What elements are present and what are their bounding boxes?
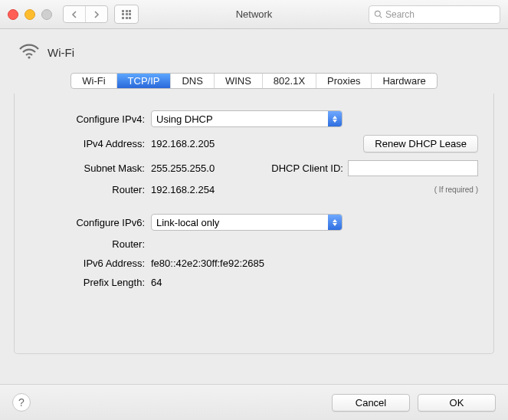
subnet-mask-value: 255.255.255.0 — [151, 162, 215, 174]
ok-button[interactable]: OK — [418, 394, 496, 412]
search-placeholder: Search — [385, 9, 415, 20]
tab-dns[interactable]: DNS — [170, 74, 213, 88]
ipv6-address-label: IPv6 Address: — [30, 258, 151, 269]
tcpip-pane: Configure IPv4: Using DHCP IPv4 Address:… — [14, 94, 494, 354]
configure-ipv6-label: Configure IPv6: — [30, 217, 151, 228]
tab-hardware[interactable]: Hardware — [371, 74, 436, 88]
svg-point-2 — [28, 56, 30, 58]
cancel-button[interactable]: Cancel — [332, 394, 410, 412]
help-button[interactable]: ? — [12, 393, 31, 412]
nav-segmented — [63, 5, 108, 23]
ipv6-router-label: Router: — [30, 238, 151, 250]
prefix-length-value: 64 — [151, 277, 162, 288]
footer-bar: ? Cancel OK — [0, 384, 508, 420]
grid-icon — [122, 10, 131, 19]
configure-ipv4-value: Using DHCP — [156, 113, 213, 125]
subnet-mask-label: Subnet Mask: — [30, 162, 151, 174]
search-icon — [374, 10, 382, 18]
dhcp-client-id-label: DHCP Client ID: — [271, 162, 343, 174]
wifi-icon — [18, 43, 40, 62]
renew-dhcp-lease-button[interactable]: Renew DHCP Lease — [363, 135, 478, 153]
window-controls — [8, 9, 52, 20]
chevron-updown-icon — [328, 111, 342, 126]
nav-back-button[interactable] — [64, 6, 85, 22]
ipv4-router-value: 192.168.2.254 — [151, 184, 215, 195]
configure-ipv4-label: Configure IPv4: — [30, 113, 151, 125]
tab-tcpip[interactable]: TCP/IP — [116, 74, 171, 88]
connection-header: Wi-Fi — [14, 40, 494, 73]
close-window-button[interactable] — [8, 9, 18, 20]
svg-point-0 — [375, 11, 380, 16]
maximize-window-button[interactable] — [41, 9, 52, 20]
configure-ipv4-select[interactable]: Using DHCP — [151, 110, 342, 127]
svg-line-1 — [380, 16, 382, 18]
configure-ipv6-value: Link-local only — [156, 217, 219, 228]
show-all-button[interactable] — [114, 5, 139, 24]
ipv4-address-label: IPv4 Address: — [30, 138, 151, 149]
chevron-updown-icon — [328, 215, 342, 230]
dhcp-client-id-hint: ( If required ) — [434, 185, 478, 194]
titlebar: Network Search — [0, 0, 508, 29]
tab-wins[interactable]: WINS — [214, 74, 262, 88]
ipv4-router-label: Router: — [30, 184, 151, 195]
dhcp-client-id-input[interactable] — [348, 160, 478, 176]
connection-name: Wi-Fi — [48, 46, 74, 59]
configure-ipv6-select[interactable]: Link-local only — [151, 214, 342, 231]
ipv6-address-value: fe80::42e2:30ff:fe92:2685 — [151, 258, 264, 269]
nav-forward-button[interactable] — [85, 6, 107, 22]
tab-bar: Wi-FiTCP/IPDNSWINS802.1XProxiesHardware — [14, 73, 494, 89]
prefix-length-label: Prefix Length: — [30, 277, 151, 288]
search-field[interactable]: Search — [369, 5, 500, 24]
ipv4-address-value: 192.168.2.205 — [151, 138, 215, 149]
tab-proxies[interactable]: Proxies — [316, 74, 371, 88]
tab-8021x[interactable]: 802.1X — [262, 74, 316, 88]
minimize-window-button[interactable] — [25, 9, 35, 20]
tab-wifi[interactable]: Wi-Fi — [71, 74, 116, 88]
